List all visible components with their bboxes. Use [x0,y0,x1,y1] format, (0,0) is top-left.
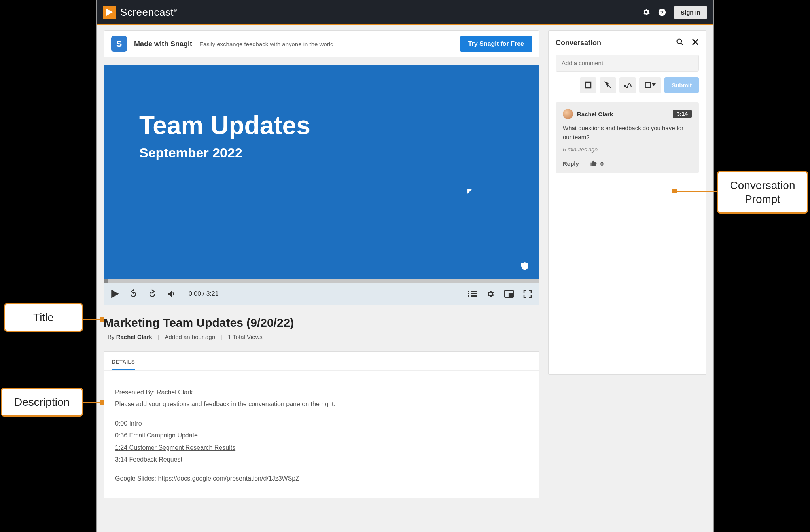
chapters-button[interactable] [468,290,477,298]
shield-icon [521,262,528,272]
comment-card: Rachel Clark 3:14 What questions and fee… [556,102,699,173]
details-card: DETAILS Presented By: Rachel Clark Pleas… [104,351,539,498]
slide-subtitle: September 2022 [139,145,504,161]
chapter-link[interactable]: 3:14 Feedback Request [115,456,182,463]
promo-subtitle: Easily exchange feedback with anyone in … [199,41,333,47]
step-tool[interactable] [619,77,636,93]
avatar [563,109,573,119]
like-button[interactable]: 0 [590,160,604,167]
sign-in-button[interactable]: Sign In [674,6,707,19]
video-player[interactable]: Team Updates September 2022 ◤ [104,65,539,279]
forward-button[interactable] [148,289,157,299]
svg-line-13 [681,43,683,45]
brand-name: Screencast® [120,6,177,19]
annotation-title: Title [4,303,83,332]
svg-rect-8 [468,295,469,297]
help-icon[interactable]: ? [657,7,668,18]
chapter-link[interactable]: 1:24 Customer Segment Research Results [115,444,235,451]
svg-text:?: ? [660,9,664,15]
svg-rect-11 [509,294,513,297]
progress-bar[interactable] [104,279,539,283]
close-icon[interactable] [692,38,699,47]
rectangle-tool[interactable] [580,77,596,93]
fullscreen-button[interactable] [523,290,532,298]
svg-point-12 [677,39,682,44]
app-window: Screencast® ? Sign In Made with Snagit E… [96,0,714,532]
presented-by: Presented By: Rachel Clark [115,386,528,398]
added-time: Added an hour ago [165,333,215,340]
svg-rect-7 [471,293,477,294]
promo-banner: Made with Snagit Easily exchange feedbac… [104,30,539,57]
snagit-logo-icon [111,36,127,52]
svg-marker-0 [106,9,113,16]
comment-text: What questions and feedback do you have … [563,124,692,142]
annotation-description: Description [1,388,83,417]
slides-line: Google Slides: https://docs.google.com/p… [115,473,528,485]
svg-marker-18 [652,83,656,86]
author-line: By Rachel Clark [108,333,152,340]
settings-button[interactable] [486,290,495,298]
comment-input[interactable] [556,55,699,72]
player-controls: 0:00 / 3:21 [104,283,539,305]
rewind-button[interactable] [129,289,138,299]
gear-icon[interactable] [641,7,652,18]
svg-marker-3 [111,290,119,298]
svg-rect-16 [585,82,591,88]
view-count: 1 Total Views [228,333,263,340]
top-header: Screencast® ? Sign In [97,0,713,25]
svg-rect-17 [645,83,650,87]
svg-rect-4 [468,291,469,292]
chapter-link[interactable]: 0:36 Email Campaign Update [115,432,198,439]
time-display: 0:00 / 3:21 [189,290,219,297]
tab-details[interactable]: DETAILS [112,359,135,370]
chapter-link[interactable]: 0:00 Intro [115,420,142,427]
chapter-list: 0:00 Intro 0:36 Email Campaign Update 1:… [115,418,528,466]
comment-author: Rachel Clark [577,111,613,117]
conversation-panel: Conversation [548,30,706,375]
promo-title: Made with Snagit [134,40,192,48]
play-button[interactable] [111,290,119,298]
conversation-heading: Conversation [556,39,601,47]
svg-rect-5 [471,291,477,292]
arrow-tool[interactable] [600,77,616,93]
annotation-conversation-prompt: Conversation Prompt [717,171,808,214]
video-metadata: By Rachel Clark | Added an hour ago | 1 … [104,333,539,340]
svg-rect-6 [468,293,469,294]
try-snagit-button[interactable]: Try Snagit for Free [460,36,532,52]
comment-posted-time: 6 minutes ago [563,146,692,153]
pip-button[interactable] [504,290,514,298]
timestamp-badge[interactable]: 3:14 [673,110,692,118]
reply-button[interactable]: Reply [563,160,579,167]
description-prompt: Please add your questions and feedback i… [115,398,528,410]
brand-logo[interactable]: Screencast® [103,6,177,19]
search-icon[interactable] [676,38,684,47]
like-count: 0 [600,160,604,167]
cursor-icon: ◤ [467,188,472,194]
shape-tool-dropdown[interactable] [639,77,661,93]
submit-button[interactable]: Submit [664,77,699,93]
annotation-toolbar: Submit [556,77,699,93]
play-logo-icon [103,6,116,19]
slides-link[interactable]: https://docs.google.com/presentation/d/1… [158,475,300,482]
video-title: Marketing Team Updates (9/20/22) [104,316,539,329]
svg-rect-9 [471,295,477,297]
volume-button[interactable] [167,289,176,299]
slide-title: Team Updates [139,113,504,138]
